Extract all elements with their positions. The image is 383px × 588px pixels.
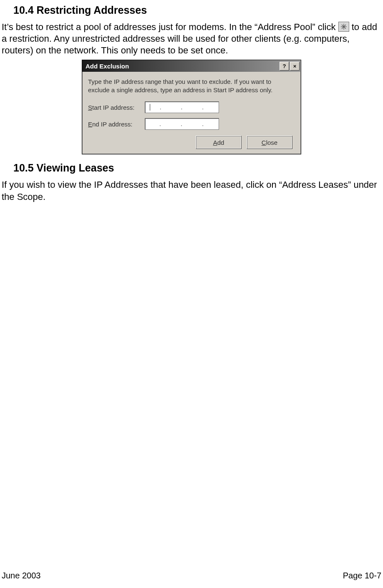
dialog-description: Type the IP address range that you want …: [88, 78, 294, 94]
page-footer: June 2003 Page 10-7: [2, 571, 381, 580]
add-restriction-icon: [338, 22, 349, 32]
para-text-before: It’s best to restrict a pool of addresse…: [2, 22, 338, 32]
end-ip-input[interactable]: . . .: [145, 118, 219, 130]
footer-page: Page 10-7: [343, 571, 381, 580]
dialog-titlebar: Add Exclusion ? ×: [82, 60, 301, 72]
close-icon: ×: [293, 63, 297, 69]
dialog-title: Add Exclusion: [86, 63, 279, 70]
close-button[interactable]: ×: [290, 62, 300, 71]
add-button[interactable]: Add: [196, 136, 242, 149]
end-ip-label: End IP address:: [88, 121, 145, 128]
start-ip-input[interactable]: . . .: [145, 101, 219, 113]
help-icon: ?: [283, 63, 286, 69]
add-exclusion-dialog: Add Exclusion ? × Type the IP address ra…: [82, 60, 301, 154]
para-viewing-leases: If you wish to view the IP Addresses tha…: [2, 179, 381, 202]
close-dialog-button[interactable]: Close: [247, 136, 292, 149]
help-button[interactable]: ?: [280, 62, 289, 71]
heading-viewing-leases: 10.5 Viewing Leases: [13, 162, 381, 174]
start-ip-label: Start IP address:: [88, 104, 145, 111]
heading-restricting-addresses: 10.4 Restricting Addresses: [13, 4, 381, 16]
footer-date: June 2003: [2, 571, 40, 580]
para-restricting: It’s best to restrict a pool of addresse…: [2, 21, 381, 56]
